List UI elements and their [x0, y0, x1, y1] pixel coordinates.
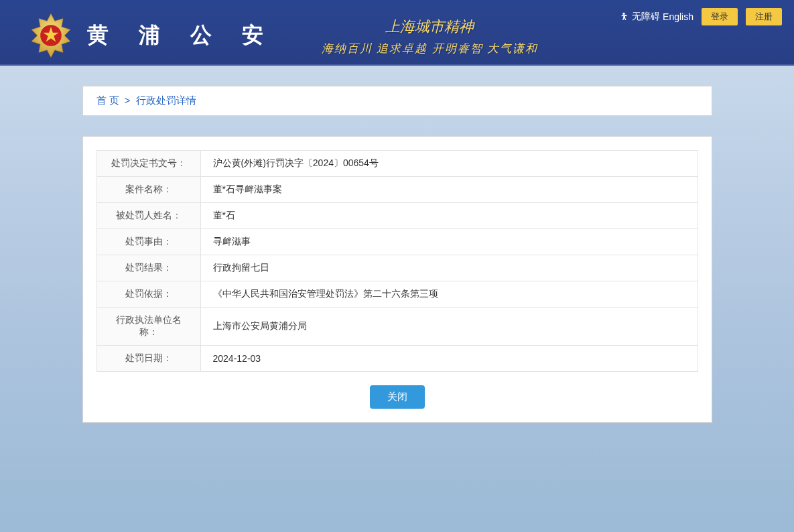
row-value: 《中华人民共和国治安管理处罚法》第二十六条第三项 [200, 281, 698, 308]
svg-point-0 [622, 13, 624, 15]
slogan-line2: 海纳百川 追求卓越 开明睿智 大气谦和 [322, 41, 538, 56]
accessibility-label: 无障碍 [632, 11, 660, 23]
detail-card: 处罚决定书文号： 沪公黄(外滩)行罚决字〔2024〕00654号 案件名称： 董… [82, 136, 712, 423]
slogan-line1: 上海城市精神 [322, 17, 538, 37]
english-label: English [663, 11, 693, 22]
top-links: 无障碍 English 登录 注册 [618, 8, 782, 25]
breadcrumb-current: 行政处罚详情 [136, 94, 196, 106]
slogan-section: 上海城市精神 海纳百川 追求卓越 开明睿智 大气谦和 [322, 17, 538, 56]
register-button[interactable]: 注册 [746, 8, 782, 25]
breadcrumb: 首 页 > 行政处罚详情 [82, 86, 712, 116]
row-label: 处罚事由： [96, 229, 200, 255]
detail-table: 处罚决定书文号： 沪公黄(外滩)行罚决字〔2024〕00654号 案件名称： 董… [96, 150, 698, 372]
row-value: 行政拘留七日 [200, 255, 698, 281]
row-value: 董*石寻衅滋事案 [200, 177, 698, 203]
row-label: 处罚结果： [96, 255, 200, 281]
row-label: 处罚依据： [96, 281, 200, 308]
table-row: 案件名称： 董*石寻衅滋事案 [96, 177, 698, 203]
site-header: 无障碍 English 登录 注册 [0, 0, 794, 66]
table-row: 处罚依据： 《中华人民共和国治安管理处罚法》第二十六条第三项 [96, 281, 698, 308]
login-button[interactable]: 登录 [702, 8, 738, 25]
row-label: 被处罚人姓名： [96, 203, 200, 229]
row-label: 处罚日期： [96, 346, 200, 372]
table-row: 行政执法单位名称： 上海市公安局黄浦分局 [96, 308, 698, 346]
row-label: 处罚决定书文号： [96, 151, 200, 177]
breadcrumb-home-link[interactable]: 首 页 [96, 94, 119, 106]
row-label: 案件名称： [96, 177, 200, 203]
table-row: 被处罚人姓名： 董*石 [96, 203, 698, 229]
breadcrumb-separator: > [125, 94, 131, 106]
police-badge-icon [27, 11, 75, 60]
table-row: 处罚决定书文号： 沪公黄(外滩)行罚决字〔2024〕00654号 [96, 151, 698, 177]
site-title: 黄 浦 公 安 [87, 21, 275, 50]
row-value: 董*石 [200, 203, 698, 229]
accessibility-icon [618, 11, 629, 22]
row-value: 沪公黄(外滩)行罚决字〔2024〕00654号 [200, 151, 698, 177]
row-value: 上海市公安局黄浦分局 [200, 308, 698, 346]
table-row: 处罚结果： 行政拘留七日 [96, 255, 698, 281]
table-row: 处罚日期： 2024-12-03 [96, 346, 698, 372]
table-row: 处罚事由： 寻衅滋事 [96, 229, 698, 255]
close-button[interactable]: 关闭 [370, 385, 425, 409]
row-value: 寻衅滋事 [200, 229, 698, 255]
row-value: 2024-12-03 [200, 346, 698, 372]
accessibility-link[interactable]: 无障碍 English [618, 11, 693, 23]
row-label: 行政执法单位名称： [96, 308, 200, 346]
